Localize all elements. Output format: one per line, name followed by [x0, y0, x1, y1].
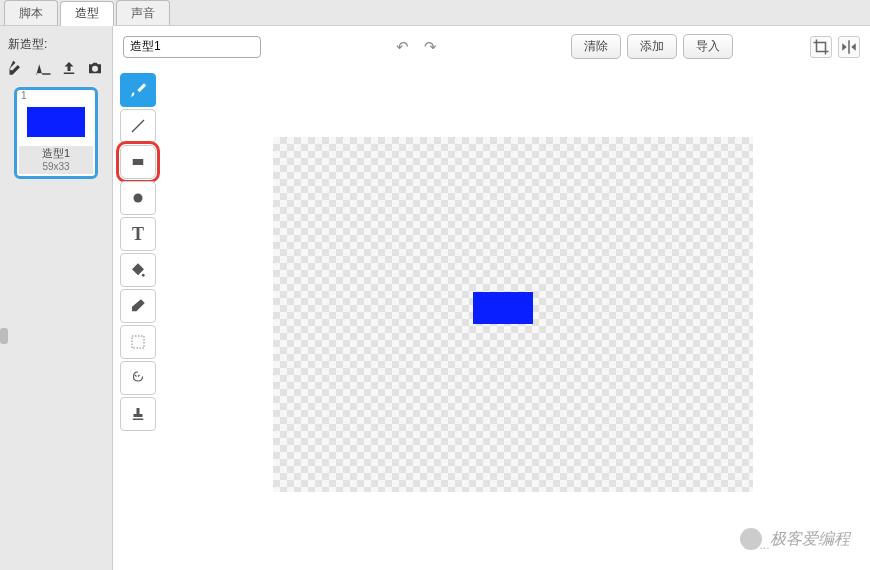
- thumbnail-dimensions: 59x33: [19, 161, 93, 174]
- camera-icon[interactable]: [86, 59, 104, 77]
- new-costume-label: 新造型:: [8, 36, 104, 53]
- costume-thumbnail[interactable]: 1 造型1 59x33: [14, 87, 98, 179]
- ellipse-tool[interactable]: [120, 181, 156, 215]
- thumbnail-name: 造型1: [19, 146, 93, 161]
- watermark-icon: [740, 528, 762, 550]
- import-button[interactable]: 导入: [683, 34, 733, 59]
- rectangle-tool[interactable]: [120, 145, 156, 179]
- undo-icon[interactable]: ↶: [391, 36, 413, 58]
- upload-icon[interactable]: [60, 59, 78, 77]
- canvas-area[interactable]: [163, 67, 870, 570]
- eraser-tool[interactable]: [120, 289, 156, 323]
- paint-editor: ↶ ↷ 清除 添加 导入 T: [113, 26, 870, 570]
- flip-horizontal-icon[interactable]: [838, 36, 860, 58]
- select-tool[interactable]: [120, 325, 156, 359]
- tab-costumes[interactable]: 造型: [60, 1, 114, 26]
- editor-topbar: ↶ ↷ 清除 添加 导入: [113, 26, 870, 67]
- crop-icon[interactable]: [810, 36, 832, 58]
- svg-line-0: [132, 120, 144, 132]
- editor-tabs: 脚本 造型 声音: [0, 0, 870, 26]
- thumbnail-index: 1: [21, 90, 27, 101]
- costume-name-input[interactable]: [123, 36, 261, 58]
- brush-tool[interactable]: [120, 73, 156, 107]
- canvas-checkerboard: [273, 137, 753, 492]
- drawn-rectangle[interactable]: [473, 292, 533, 324]
- line-tool[interactable]: [120, 109, 156, 143]
- text-tool[interactable]: T: [120, 217, 156, 251]
- stamp-tool[interactable]: [120, 397, 156, 431]
- tool-palette: T: [113, 67, 163, 570]
- new-costume-tools: [8, 59, 104, 77]
- paint-new-icon[interactable]: [8, 59, 26, 77]
- clear-button[interactable]: 清除: [571, 34, 621, 59]
- wand-tool[interactable]: [120, 361, 156, 395]
- thumbnail-preview: [21, 100, 91, 144]
- costume-list-panel: 新造型: 1 造型1 59x33: [0, 26, 113, 570]
- watermark: 极客爱编程: [740, 528, 850, 550]
- panel-scrollbar[interactable]: [0, 298, 8, 378]
- tab-sounds[interactable]: 声音: [116, 0, 170, 25]
- svg-point-2: [134, 194, 143, 203]
- watermark-text: 极客爱编程: [770, 529, 850, 550]
- svg-rect-1: [133, 159, 144, 165]
- tab-scripts[interactable]: 脚本: [4, 0, 58, 25]
- add-button[interactable]: 添加: [627, 34, 677, 59]
- redo-icon[interactable]: ↷: [419, 36, 441, 58]
- svg-rect-3: [132, 336, 144, 348]
- fill-tool[interactable]: [120, 253, 156, 287]
- library-icon[interactable]: [34, 59, 52, 77]
